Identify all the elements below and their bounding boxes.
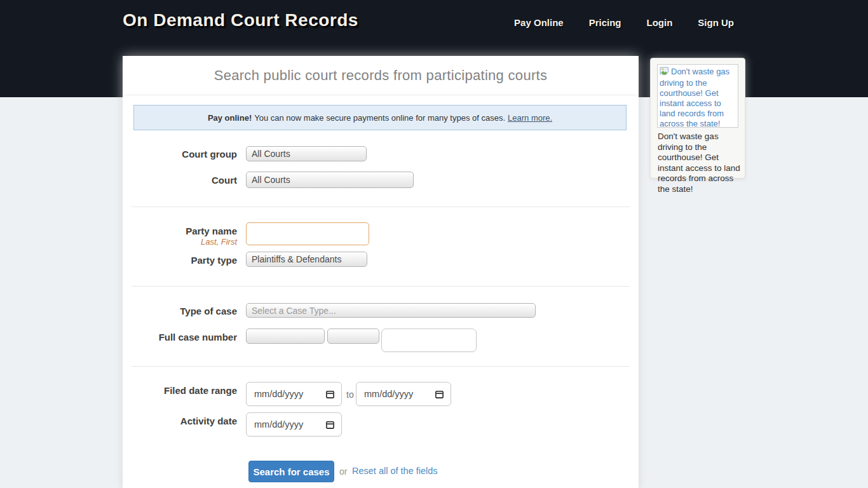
search-panel: Search public court records from partici… — [123, 56, 639, 488]
nav-login[interactable]: Login — [647, 17, 673, 28]
section-divider — [132, 207, 630, 207]
section-divider — [132, 366, 630, 367]
reset-fields-link[interactable]: Reset all of the fields — [352, 466, 438, 476]
calendar-icon[interactable] — [325, 390, 335, 399]
calendar-icon[interactable] — [435, 390, 444, 399]
nav-pricing[interactable]: Pricing — [589, 17, 621, 28]
notice-body: You can now make secure payments online … — [254, 113, 505, 123]
calendar-icon[interactable] — [325, 420, 335, 430]
filed-date-label: Filed date range — [123, 385, 237, 396]
land-records-ad-link[interactable]: Don't waste gas driving to the courthous… — [657, 64, 738, 128]
party-name-label: Party name Last, First — [123, 226, 237, 247]
page-title: Search public court records from partici… — [214, 67, 548, 84]
section-divider — [132, 286, 630, 287]
date-placeholder: mm/dd/yyyy — [254, 419, 303, 430]
main-nav: Pay Online Pricing Login Sign Up — [514, 17, 734, 28]
court-label: Court — [123, 175, 237, 186]
nav-pay-online[interactable]: Pay Online — [514, 17, 564, 28]
learn-more-link[interactable]: Learn more. — [508, 113, 552, 123]
activity-date-label: Activity date — [123, 416, 237, 426]
court-group-label: Court group — [123, 149, 237, 159]
party-name-input[interactable] — [246, 222, 369, 245]
search-panel-header: Search public court records from partici… — [123, 56, 639, 95]
page: On Demand Court Records Pay Online Prici… — [0, 0, 868, 488]
sidebar-ad-card: Don't waste gas driving to the courthous… — [650, 58, 745, 179]
broken-image-icon — [660, 67, 670, 78]
filed-date-start-input[interactable]: mm/dd/yyyy — [246, 382, 342, 406]
filed-date-end-input[interactable]: mm/dd/yyyy — [356, 382, 451, 406]
site-title[interactable]: On Demand Court Records — [123, 10, 358, 30]
search-for-cases-button[interactable]: Search for cases — [248, 461, 334, 482]
nav-sign-up[interactable]: Sign Up — [698, 17, 734, 28]
court-select[interactable]: All Courts — [246, 172, 414, 188]
pay-online-notice: Pay online! You can now make secure paym… — [133, 105, 627, 130]
date-placeholder: mm/dd/yyyy — [254, 389, 303, 399]
party-type-select[interactable]: Plaintiffs & Defendants — [246, 252, 367, 267]
ad-caption-text: Don't waste gas driving to the courthous… — [658, 132, 740, 194]
notice-lead: Pay online! — [208, 113, 252, 123]
date-placeholder: mm/dd/yyyy — [364, 389, 413, 399]
case-number-part2-input[interactable] — [327, 329, 379, 344]
or-word: or — [339, 466, 347, 477]
case-number-part1-input[interactable] — [246, 329, 325, 344]
case-type-select[interactable]: Select a Case Type... — [246, 303, 536, 318]
party-type-label: Party type — [123, 255, 237, 266]
court-group-select[interactable]: All Courts — [246, 146, 367, 161]
case-type-label: Type of case — [123, 306, 237, 316]
date-range-to-word: to — [346, 390, 354, 400]
case-number-label: Full case number — [123, 332, 237, 342]
party-name-hint: Last, First — [123, 237, 237, 247]
activity-date-input[interactable]: mm/dd/yyyy — [246, 412, 342, 437]
case-number-part3-input[interactable] — [381, 329, 477, 352]
